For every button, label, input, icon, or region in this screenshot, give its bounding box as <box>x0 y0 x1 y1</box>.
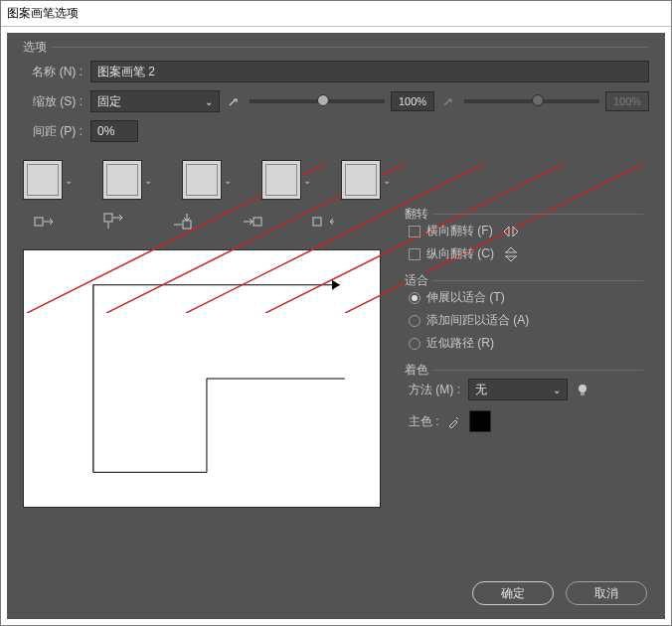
titlebar: 图案画笔选项 <box>1 1 671 27</box>
scale-label: 缩放 (S) : <box>23 93 83 110</box>
keycolor-label: 主色 : <box>409 413 439 430</box>
svg-point-11 <box>579 385 587 392</box>
tile-row: ⌄ ⌄ ⌄ ⌄ ⌄ <box>23 160 649 200</box>
dialog-body: 选项 名称 (N) : 缩放 (S) : 固定 ⌄ <box>7 33 665 619</box>
cancel-button[interactable]: 取消 <box>566 581 647 605</box>
fit-addspace-radio[interactable] <box>409 315 420 327</box>
ok-button[interactable]: 确定 <box>472 581 554 605</box>
flip-v-checkbox[interactable] <box>409 248 420 260</box>
window-title: 图案画笔选项 <box>7 5 79 22</box>
svg-rect-12 <box>581 392 585 395</box>
dialog-window: 图案画笔选项 选项 名称 (N) : 缩放 (S) : 固定 ⌄ <box>0 0 672 626</box>
flip-h-checkbox[interactable] <box>409 226 420 237</box>
scale-link-icon-2 <box>442 93 456 109</box>
fit-addspace-label: 添加间距以适合 (A) <box>426 312 529 329</box>
scale-mode-dropdown[interactable]: 固定 ⌄ <box>90 90 220 112</box>
tile-end[interactable] <box>341 160 381 200</box>
options-title: 选项 <box>23 39 51 56</box>
method-label: 方法 (M) : <box>409 382 460 398</box>
method-dropdown[interactable]: 无 ⌄ <box>468 379 568 400</box>
lightbulb-icon[interactable] <box>576 383 589 396</box>
scale-slider-min[interactable] <box>250 99 385 103</box>
scale-link-icon <box>228 93 242 109</box>
scale-mode-value: 固定 <box>97 93 121 110</box>
flip-v-icon <box>504 247 518 261</box>
scale-slider-max <box>464 99 599 103</box>
fit-approx-label: 近似路径 (R) <box>426 335 494 352</box>
colorize-title: 着色 <box>405 362 432 379</box>
tile-side[interactable] <box>23 160 63 200</box>
fit-section: 适合 伸展以适合 (T) 添加间距以适合 (A) 近似路径 (R) <box>405 280 643 352</box>
spacing-input[interactable] <box>90 120 138 142</box>
fit-stretch-label: 伸展以适合 (T) <box>426 289 505 306</box>
chevron-down-icon: ⌄ <box>205 96 213 107</box>
fit-stretch-radio[interactable] <box>409 292 420 304</box>
chevron-down-icon: ⌄ <box>553 385 561 395</box>
flip-v-label: 纵向翻转 (C) <box>426 245 494 262</box>
colorize-section: 着色 方法 (M) : 无 ⌄ 主色 : <box>405 370 643 432</box>
tile-start[interactable] <box>261 160 301 200</box>
flip-h-label: 横向翻转 (F) <box>426 223 493 239</box>
scale-min-value[interactable]: 100% <box>391 91 434 111</box>
method-value: 无 <box>475 382 487 398</box>
flip-section: 翻转 横向翻转 (F) 纵向翻转 (C) <box>405 214 643 262</box>
name-input[interactable] <box>90 61 649 82</box>
keycolor-swatch[interactable] <box>469 410 491 432</box>
scale-max-value: 100% <box>605 91 649 111</box>
fit-title: 适合 <box>405 272 432 289</box>
options-section: 选项 名称 (N) : 缩放 (S) : 固定 ⌄ <box>23 47 649 142</box>
fit-approx-radio[interactable] <box>409 338 420 350</box>
flip-title: 翻转 <box>405 206 432 223</box>
flip-h-icon <box>503 226 519 237</box>
tile-outer-corner[interactable] <box>102 160 142 200</box>
eyedropper-icon[interactable] <box>447 414 461 428</box>
name-label: 名称 (N) : <box>23 64 83 80</box>
spacing-label: 间距 (P) : <box>23 123 83 140</box>
tile-inner-corner[interactable] <box>182 160 222 200</box>
